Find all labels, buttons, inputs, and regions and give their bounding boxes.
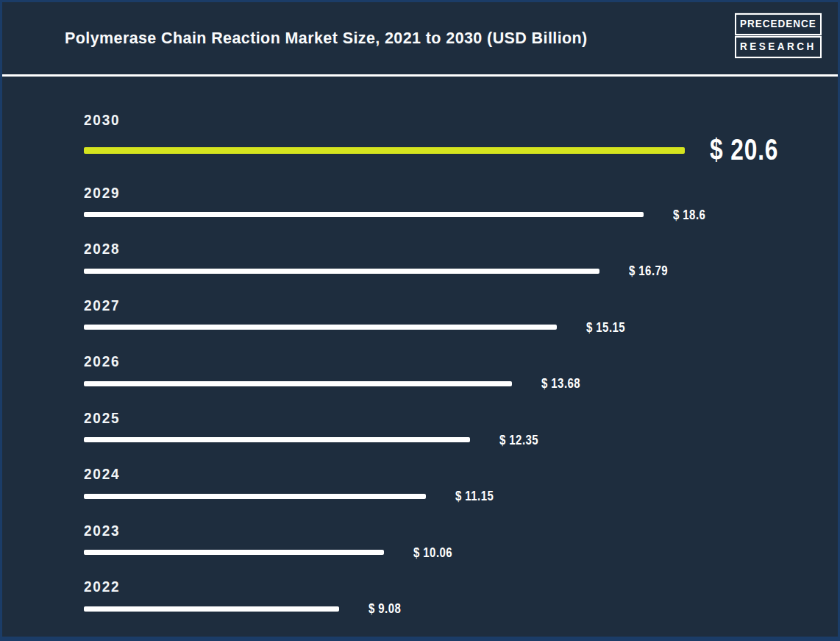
logo-line-precedence: PRECEDENCE (735, 13, 822, 35)
bar-line: $ 10.06 (84, 545, 838, 560)
year-label: 2021 (84, 636, 838, 641)
chart-canvas: Polymerase Chain Reaction Market Size, 2… (0, 0, 840, 641)
chart-row: 2024 $ 11.15 (84, 467, 838, 503)
precedence-research-logo: PRECEDENCE RESEARCH (735, 14, 822, 57)
value-label: $ 11.15 (455, 488, 494, 504)
value-label: $ 20.6 (710, 132, 778, 167)
bar (84, 550, 384, 555)
chart-title: Polymerase Chain Reaction Market Size, 2… (65, 29, 588, 48)
bar-line: $ 16.79 (84, 263, 838, 278)
bar-line: $ 20.6 (84, 135, 838, 166)
chart-row: 2022 $ 9.08 (84, 579, 838, 616)
bar-line: $ 15.15 (84, 320, 838, 335)
bar-line: $ 18.6 (84, 208, 838, 222)
year-label: 2029 (84, 185, 838, 202)
logo-line-research: RESEARCH (735, 36, 822, 58)
value-label: $ 16.79 (629, 263, 668, 279)
value-label: $ 18.6 (673, 206, 705, 222)
year-label: 2030 (84, 113, 838, 129)
bar-line: $ 12.35 (84, 433, 838, 447)
chart-header: Polymerase Chain Reaction Market Size, 2… (2, 2, 838, 77)
chart-row: 2026 $ 13.68 (84, 354, 838, 391)
bar (84, 147, 685, 154)
bar-chart: 2030 $ 20.6 2029 $ 18.6 2028 $ 16.79 202… (2, 77, 838, 641)
chart-row: 2021 $ 8.2 (84, 636, 838, 641)
value-label: $ 9.08 (369, 601, 401, 617)
value-label: $ 15.15 (586, 319, 625, 335)
value-label: $ 13.68 (541, 375, 580, 392)
chart-row: 2023 $ 10.06 (84, 523, 838, 560)
chart-row: 2028 $ 16.79 (84, 241, 838, 278)
year-label: 2027 (84, 298, 838, 314)
value-label: $ 12.35 (499, 431, 538, 447)
bar (84, 269, 599, 274)
year-label: 2025 (84, 411, 838, 427)
bar (84, 606, 339, 612)
bar (84, 212, 644, 217)
chart-row: 2027 $ 15.15 (84, 298, 838, 335)
chart-row: 2029 $ 18.6 (84, 185, 838, 222)
bar-line: $ 11.15 (84, 489, 838, 503)
bar-line: $ 13.68 (84, 376, 838, 391)
bar (84, 437, 470, 442)
bar (84, 325, 557, 330)
year-label: 2028 (84, 241, 838, 258)
year-label: 2022 (84, 579, 838, 595)
bar (84, 494, 426, 499)
year-label: 2023 (84, 523, 838, 539)
bar-line: $ 9.08 (84, 601, 838, 616)
bar (84, 381, 512, 386)
value-label: $ 10.06 (413, 544, 452, 560)
year-label: 2026 (84, 354, 838, 370)
year-label: 2024 (84, 467, 838, 483)
chart-row: 2025 $ 12.35 (84, 411, 838, 447)
chart-row: 2030 $ 20.6 (84, 113, 838, 166)
